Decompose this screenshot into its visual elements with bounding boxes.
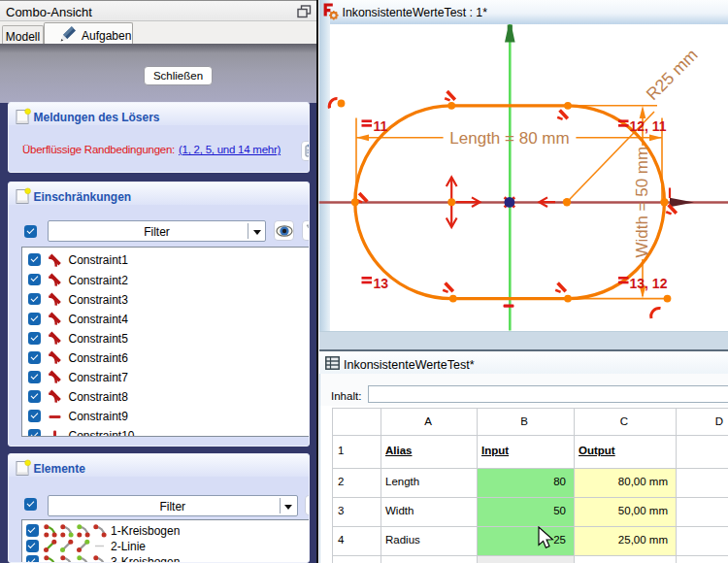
svg-text:Length = 80 mm: Length = 80 mm xyxy=(449,129,569,148)
svg-text:R25 mm: R25 mm xyxy=(643,45,702,104)
svg-text:11: 11 xyxy=(374,118,388,134)
svg-text:Width = 50 mm: Width = 50 mm xyxy=(633,147,651,258)
svg-text:12, 11: 12, 11 xyxy=(630,118,667,134)
svg-text:13: 13 xyxy=(374,276,389,291)
svg-text:13, 12: 13, 12 xyxy=(630,276,668,291)
